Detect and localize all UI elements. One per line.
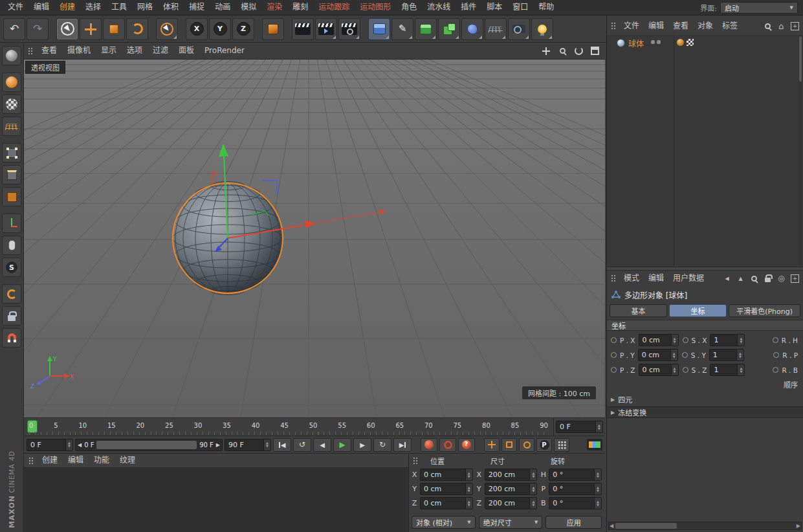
toggle-view-icon[interactable] (588, 45, 601, 58)
viewport-menu-options[interactable]: 选项 (122, 43, 148, 59)
material-menu-create[interactable]: 创建 (37, 454, 63, 467)
rotate-tool-button[interactable] (126, 18, 148, 40)
zoom-view-icon[interactable] (556, 45, 569, 58)
stepper-icon[interactable]: ▲▼ (465, 498, 472, 509)
environment-floor-button[interactable] (485, 18, 507, 40)
last-used-tool-button[interactable] (156, 18, 178, 40)
object-menu-file[interactable]: 文件 (619, 19, 644, 34)
keyframe-dot[interactable] (773, 337, 778, 343)
camera-button[interactable] (508, 18, 530, 40)
position-x-field[interactable]: 0 cm▲▼ (420, 469, 473, 481)
menubar-item-mesh[interactable]: 网格 (132, 0, 158, 15)
viewport-canvas[interactable]: Y X Z 透视视图 网格间距 : 100 cm (24, 60, 605, 417)
tab-phong[interactable]: 平滑着色(Phong) (729, 304, 800, 317)
viewport-menu-filter[interactable]: 过滤 (148, 43, 173, 59)
menubar-item-simulate[interactable]: 模拟 (236, 0, 261, 15)
record-parameter-toggle[interactable]: P (536, 438, 552, 452)
menubar-item-motion-tracker[interactable]: 运动跟踪 (313, 0, 355, 15)
stepper-icon[interactable]: ▲▼ (263, 439, 270, 450)
attribute-menu-mode[interactable]: 模式 (619, 271, 644, 286)
attribute-menu-userdata[interactable]: 用户数据 (668, 271, 709, 286)
range-left-handle[interactable]: ◀ (78, 442, 82, 448)
scroll-right-icon[interactable]: ▶ (797, 523, 800, 529)
object-menu-view[interactable]: 查看 (668, 19, 693, 34)
keyframe-dot[interactable] (773, 367, 778, 373)
y-axis-lock-button[interactable]: Y (209, 18, 231, 40)
rotation-h-field[interactable]: 0 °▲▼ (549, 469, 602, 481)
model-mode-button[interactable] (2, 72, 21, 92)
subdivision-surface-button[interactable] (415, 18, 437, 40)
stepper-icon[interactable]: ▲▼ (529, 498, 536, 509)
spline-pen-button[interactable]: ✎ (391, 18, 413, 40)
x-axis-lock-button[interactable]: X (186, 18, 208, 40)
material-menu-edit[interactable]: 编辑 (63, 454, 89, 467)
stepper-icon[interactable]: ▲▼ (670, 349, 677, 360)
redo-button[interactable]: ↷ (27, 18, 49, 40)
size-y-field[interactable]: 200 cm▲▼ (485, 483, 538, 495)
keyframe-dot[interactable] (611, 367, 617, 373)
menubar-item-window[interactable]: 窗口 (507, 0, 533, 15)
previous-frame-button[interactable]: ◀ (313, 438, 331, 452)
range-bar[interactable] (96, 441, 197, 449)
stepper-icon[interactable]: ▲▼ (671, 335, 678, 346)
material-menu-texture[interactable]: 纹理 (115, 454, 140, 467)
timeline-frame-field[interactable]: 0 F ▲▼ (556, 421, 603, 433)
sphere-object-icon[interactable] (617, 39, 625, 47)
stepper-icon[interactable]: ▲▼ (595, 421, 602, 432)
menubar-item-render[interactable]: 渲染 (261, 0, 287, 15)
range-right-handle[interactable]: ▶ (216, 442, 220, 448)
goto-start-button[interactable]: ◀ (273, 438, 291, 452)
size-mode-dropdown[interactable]: 绝对尺寸▼ (479, 516, 543, 529)
make-editable-button[interactable] (2, 46, 21, 65)
menubar-item-select[interactable]: 选择 (80, 0, 106, 15)
texture-mode-button[interactable] (2, 94, 21, 114)
interface-layout-select[interactable]: 启动 ▼ (720, 2, 798, 14)
stepper-icon[interactable]: ▲▼ (465, 483, 472, 494)
pz-field[interactable]: 0 cm▲▼ (639, 364, 679, 376)
menubar-item-pipeline[interactable]: 流水线 (422, 0, 456, 15)
uvw-tag-icon[interactable] (687, 39, 694, 46)
undo-button[interactable]: ↶ (3, 18, 25, 40)
object-manager-scrollbar[interactable] (798, 35, 802, 265)
stepper-icon[interactable]: ▲▼ (594, 469, 601, 480)
py-field[interactable]: 0 cm▲▼ (638, 349, 678, 361)
live-selection-tool-button[interactable] (56, 18, 78, 40)
keyframe-dot[interactable] (683, 367, 688, 373)
stepper-icon[interactable]: ▲▼ (529, 469, 536, 480)
material-menu-function[interactable]: 功能 (89, 454, 115, 467)
coordinates-section-header[interactable]: 坐标 (607, 320, 803, 331)
object-menu-edit[interactable]: 编辑 (644, 19, 668, 34)
home-icon[interactable]: ⌂ (776, 21, 787, 32)
sx-field[interactable]: 1▲▼ (710, 334, 745, 346)
cube-primitive-button[interactable] (368, 18, 390, 40)
material-list-area[interactable] (24, 468, 408, 532)
order-label[interactable]: 顺序 (784, 379, 798, 390)
visibility-dots[interactable] (651, 40, 661, 44)
view-name-label[interactable]: 透视视图 (25, 61, 65, 74)
px-field[interactable]: 0 cm▲▼ (639, 334, 679, 346)
z-axis-lock-button[interactable]: Z (232, 18, 254, 40)
keyframe-dot[interactable] (682, 352, 688, 358)
filter-up-icon[interactable]: ▲ (735, 273, 746, 284)
panel-grip-icon[interactable] (611, 22, 616, 30)
position-y-field[interactable]: 0 cm▲▼ (420, 483, 473, 495)
rotation-b-field[interactable]: 0 °▲▼ (549, 497, 602, 509)
menubar-item-sculpt[interactable]: 雕刻 (287, 0, 313, 15)
stepper-icon[interactable]: ▲▼ (737, 335, 744, 346)
menubar-item-character[interactable]: 角色 (396, 0, 422, 15)
keyframe-dot[interactable] (773, 352, 779, 358)
add-panel-icon[interactable]: + (789, 21, 800, 32)
menubar-item-snap[interactable]: 捕捉 (184, 0, 210, 15)
sy-field[interactable]: 1▲▼ (709, 349, 744, 361)
magnet-snap-button[interactable] (2, 328, 21, 348)
record-pla-toggle[interactable] (554, 438, 569, 452)
viewport-menu-panel[interactable]: 面板 (173, 43, 199, 59)
panel-grip-icon[interactable] (611, 274, 616, 282)
panel-grip-icon[interactable] (28, 457, 34, 465)
viewport-menu-display[interactable]: 显示 (96, 43, 122, 59)
stepper-icon[interactable]: ▲▼ (671, 364, 678, 375)
play-button[interactable]: ▶ (333, 438, 351, 452)
search-icon[interactable] (762, 21, 773, 32)
scroll-left-icon[interactable]: ◀ (610, 523, 613, 529)
pan-view-icon[interactable] (540, 45, 553, 58)
